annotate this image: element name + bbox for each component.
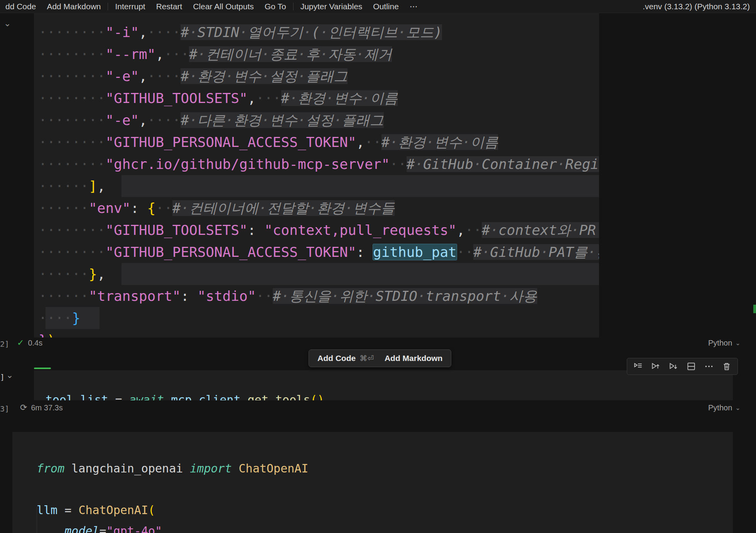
cell1-execution-count: 2] (0, 339, 9, 349)
cell2-run-indicator (34, 368, 51, 369)
cell1-language-label: Python (708, 339, 732, 347)
scrollbar-marker (753, 305, 756, 313)
code-line: ····} (39, 307, 599, 329)
code-line: model="gpt-4o", (37, 521, 733, 533)
code-line: ········"ghcr.io/github/github-mcp-serve… (39, 153, 599, 175)
success-check-icon: ✓ (17, 338, 24, 348)
cell1-language-picker[interactable]: Python ⌄ (708, 339, 741, 347)
toolbar-item-interrupt[interactable]: Interrupt (110, 0, 150, 13)
notebook-toolbar: dd CodeAdd MarkdownInterruptRestartClear… (0, 0, 756, 13)
code-line: from langchain_openai import ChatOpenAI (37, 458, 733, 479)
cell-action-toolbar (627, 358, 738, 375)
split-cell-icon[interactable] (683, 359, 700, 374)
execute-above-icon[interactable] (647, 359, 664, 374)
add-markdown-label: Add Markdown (385, 354, 443, 363)
toolbar-item--[interactable]: ⋯ (404, 0, 423, 13)
code-line: ······], (39, 175, 599, 197)
code-line: tool_list = await mcp_client.get_tools() (46, 390, 733, 400)
code-line: ········"-e",····#·다른·환경·변수·설정·플래그 (39, 109, 599, 131)
code-line: llm = ChatOpenAI( (37, 500, 733, 521)
cell1-collapse-chevron-icon[interactable]: ⌄ (4, 19, 11, 28)
executing-spinner-icon: ⟳ (20, 403, 27, 413)
add-markdown-button[interactable]: Add Markdown (380, 354, 447, 363)
toolbar-item-dd-code[interactable]: dd Code (0, 0, 41, 13)
cell2-language-label: Python (708, 403, 732, 412)
code-line: ······"transport": "stdio"··#·통신을·위한·STD… (39, 285, 599, 307)
execute-cells-icon[interactable] (629, 359, 646, 374)
toolbar-separator (108, 3, 108, 10)
code-line: ········"GITHUB_TOOLSETS",···#·환경·변수·이름 (39, 87, 599, 109)
code-line: ······}, (39, 263, 599, 285)
add-code-shortcut: ⌘⏎ (359, 354, 374, 363)
cell2-execution-count: 3] (0, 404, 9, 413)
code-line: ········"GITHUB_PERSONAL_ACCESS_TOKEN",·… (39, 131, 599, 153)
cell1-duration: 0.4s (28, 339, 42, 347)
code-line (37, 479, 733, 500)
toolbar-item-restart[interactable]: Restart (151, 0, 188, 13)
code-cell-chatopenai[interactable]: from langchain_openai import ChatOpenAIl… (12, 432, 733, 533)
cell2-duration: 6m 37.3s (31, 403, 62, 412)
chevron-down-icon: ⌄ (735, 339, 740, 347)
execute-below-icon[interactable] (665, 359, 682, 374)
inactive-selection-highlight (122, 175, 599, 197)
code-line: ········"GITHUB_TOOLSETS": "context,pull… (39, 219, 599, 241)
more-actions-icon[interactable] (700, 359, 717, 374)
cell2-language-picker[interactable]: Python ⌄ (708, 403, 741, 412)
cell2-status-bar: ⟳ 6m 37.3s (20, 403, 63, 413)
toolbar-item-go-to[interactable]: Go To (259, 0, 292, 13)
toolbar-separator (293, 3, 294, 10)
cell2-collapse-chevron-icon[interactable]: ⌄ (6, 371, 13, 380)
code-line: ········"GITHUB_PERSONAL_ACCESS_TOKEN": … (39, 241, 599, 263)
inactive-selection-highlight (122, 263, 599, 285)
kernel-status[interactable]: .venv (3.13.2) (Python 3.13.2) (643, 2, 756, 11)
code-line: ······"env": {··#·컨테이너에·전달할·환경·변수들 (39, 197, 599, 219)
delete-cell-icon[interactable] (718, 359, 735, 374)
toolbar-item-clear-all-outputs[interactable]: Clear All Outputs (187, 0, 259, 13)
cell2-execution-badge: ] (0, 373, 5, 382)
toolbar-item-jupyter-variables[interactable]: Jupyter Variables (295, 0, 368, 13)
code-line: ········"-e",····#·환경·변수·설정·플래그 (39, 65, 599, 87)
code-line: ········"--rm",···#·컨테이너·종료·후·자동·제거 (39, 43, 599, 65)
add-code-label: Add Code (317, 354, 356, 363)
toolbar-item-add-markdown[interactable]: Add Markdown (41, 0, 106, 13)
code-cell-docker-config[interactable]: ········"-i",····#·STDIN·열어두기·(·인터랙티브·모드… (34, 13, 599, 337)
add-code-button[interactable]: Add Code ⌘⏎ (313, 354, 378, 363)
insert-cell-toolbar: Add Code ⌘⏎ Add Markdown (309, 349, 451, 367)
cell1-status-bar: ✓ 0.4s (17, 338, 42, 348)
toolbar-item-outline[interactable]: Outline (368, 0, 404, 13)
chevron-down-icon: ⌄ (735, 404, 740, 412)
code-line: ········"-i",····#·STDIN·열어두기·(·인터랙티브·모드… (39, 21, 599, 43)
code-line: }) (39, 329, 599, 337)
